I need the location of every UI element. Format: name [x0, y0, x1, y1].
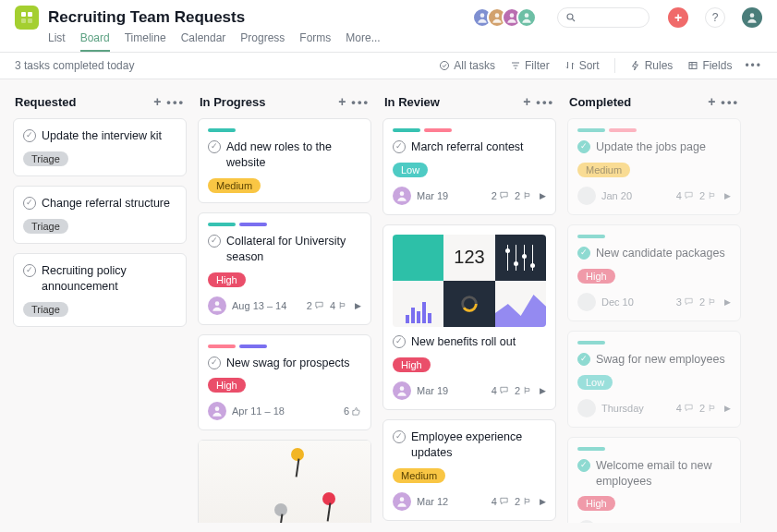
assignee-avatar[interactable] — [208, 402, 226, 420]
add-card-button[interactable]: + — [708, 94, 715, 109]
card[interactable]: Employee experience updates Medium Mar 1… — [382, 419, 556, 521]
assignee-avatar[interactable] — [393, 492, 411, 511]
rules-button[interactable]: Rules — [630, 59, 674, 72]
filter-button[interactable]: Filter — [510, 59, 550, 72]
tab-more[interactable]: More... — [346, 31, 380, 52]
complete-checkbox[interactable] — [577, 247, 590, 260]
sort-button[interactable]: Sort — [565, 59, 600, 72]
assignee-avatar[interactable] — [393, 381, 411, 400]
complete-checkbox[interactable] — [208, 357, 221, 369]
column-in-review: In Review + ••• March referral contest L… — [382, 91, 556, 523]
caret-icon: ▶ — [724, 404, 731, 413]
comment-icon — [499, 190, 509, 200]
svg-point-1 — [495, 13, 500, 18]
due-date: Apr 11 – 18 — [232, 405, 285, 417]
fields-button[interactable]: Fields — [687, 59, 732, 72]
card[interactable]: Add new roles to the website Medium — [198, 118, 371, 203]
svg-point-14 — [400, 497, 405, 502]
assignee-avatar[interactable] — [577, 293, 596, 311]
column-more-icon[interactable]: ••• — [536, 95, 554, 109]
card[interactable]: Update the jobs page Medium Jan 20 4 2 ▶ — [567, 118, 741, 215]
priority-pill: Medium — [208, 178, 261, 193]
svg-point-13 — [400, 386, 405, 391]
due-date: Dec 10 — [601, 296, 634, 308]
complete-checkbox[interactable] — [23, 264, 36, 277]
tab-board[interactable]: Board — [80, 31, 110, 52]
complete-checkbox[interactable] — [577, 140, 590, 153]
search-input[interactable] — [557, 7, 650, 28]
due-date: Mar 19 — [417, 190, 448, 201]
priority-pill: Medium — [577, 163, 630, 177]
priority-pill: Low — [577, 375, 613, 390]
card-title: Change referral structure — [42, 196, 170, 212]
subtask-icon — [522, 190, 532, 200]
like-icon — [351, 406, 361, 417]
card[interactable]: Welcome email to new employees High Dec … — [567, 437, 741, 523]
comment-icon — [684, 296, 694, 307]
complete-checkbox[interactable] — [23, 197, 36, 210]
card[interactable]: New candidate packages High Dec 10 3 2 ▶ — [567, 224, 741, 321]
comment-count: 3 — [676, 296, 694, 308]
tab-list[interactable]: List — [48, 31, 66, 52]
card[interactable] — [198, 440, 371, 523]
subtask-icon — [707, 296, 717, 307]
add-card-button[interactable]: + — [153, 94, 161, 109]
card[interactable]: Recruiting policy announcement Triage — [13, 253, 187, 327]
complete-checkbox[interactable] — [393, 430, 406, 443]
card[interactable]: 123 New benefits roll out High Mar 19 4 … — [382, 224, 556, 410]
complete-checkbox[interactable] — [577, 353, 590, 366]
assignee-avatar[interactable] — [577, 187, 596, 205]
tab-timeline[interactable]: Timeline — [125, 31, 166, 52]
complete-checkbox[interactable] — [393, 140, 406, 153]
complete-checkbox[interactable] — [23, 129, 36, 142]
sort-icon — [565, 60, 576, 71]
card[interactable]: Swag for new employees Low Thursday 4 2 … — [567, 331, 741, 428]
complete-checkbox[interactable] — [577, 459, 590, 472]
column-more-icon[interactable]: ••• — [166, 95, 185, 109]
all-tasks-button[interactable]: All tasks — [439, 59, 495, 72]
complete-checkbox[interactable] — [393, 335, 406, 348]
assignee-avatar[interactable] — [577, 399, 596, 417]
board-toolbar: 3 tasks completed today All tasks Filter… — [0, 53, 777, 79]
complete-checkbox[interactable] — [208, 140, 221, 153]
complete-checkbox[interactable] — [208, 235, 221, 248]
card-title: Swag for new employees — [596, 352, 725, 368]
card-title: New candidate packages — [596, 246, 725, 261]
column-header: Requested + ••• — [13, 91, 187, 118]
assignee-avatar[interactable] — [208, 296, 226, 315]
tab-calendar[interactable]: Calendar — [181, 31, 226, 52]
page-title: Recruiting Team Requests — [48, 8, 245, 27]
tab-progress[interactable]: Progress — [240, 31, 285, 52]
add-button[interactable]: + — [668, 7, 688, 28]
card[interactable]: Change referral structure Triage — [13, 186, 187, 244]
priority-pill: High — [577, 269, 615, 284]
column-more-icon[interactable]: ••• — [721, 95, 739, 109]
card[interactable]: New swag for prospects High Apr 11 – 18 … — [198, 334, 371, 431]
priority-pill: Medium — [393, 468, 445, 483]
add-card-button[interactable]: + — [338, 94, 346, 109]
priority-pill: Triage — [23, 219, 68, 234]
comment-count: 4 — [676, 190, 694, 201]
svg-point-8 — [215, 301, 220, 306]
comment-count: 2 — [492, 190, 509, 201]
card[interactable]: Collateral for University season High Au… — [198, 212, 371, 325]
help-button[interactable]: ? — [705, 7, 725, 28]
comment-icon — [314, 300, 324, 310]
due-date: Mar 12 — [417, 496, 448, 507]
my-avatar[interactable] — [742, 7, 762, 28]
caret-icon: ▶ — [540, 386, 546, 395]
due-date: Thursday — [601, 403, 644, 414]
bolt-icon — [630, 60, 641, 71]
tab-forms[interactable]: Forms — [299, 31, 331, 52]
member-avatars[interactable] — [478, 7, 537, 28]
card[interactable]: Update the interview kit Triage — [13, 118, 187, 176]
add-card-button[interactable]: + — [523, 94, 530, 109]
column-requested: Requested + ••• Update the interview kit… — [13, 91, 187, 336]
more-icon[interactable]: ••• — [745, 59, 762, 72]
priority-pill: Low — [393, 163, 428, 177]
assignee-avatar[interactable] — [577, 520, 596, 523]
subtask-icon — [522, 385, 532, 395]
assignee-avatar[interactable] — [393, 187, 411, 205]
card[interactable]: March referral contest Low Mar 19 2 2 ▶ — [382, 118, 556, 215]
column-more-icon[interactable]: ••• — [351, 95, 370, 109]
